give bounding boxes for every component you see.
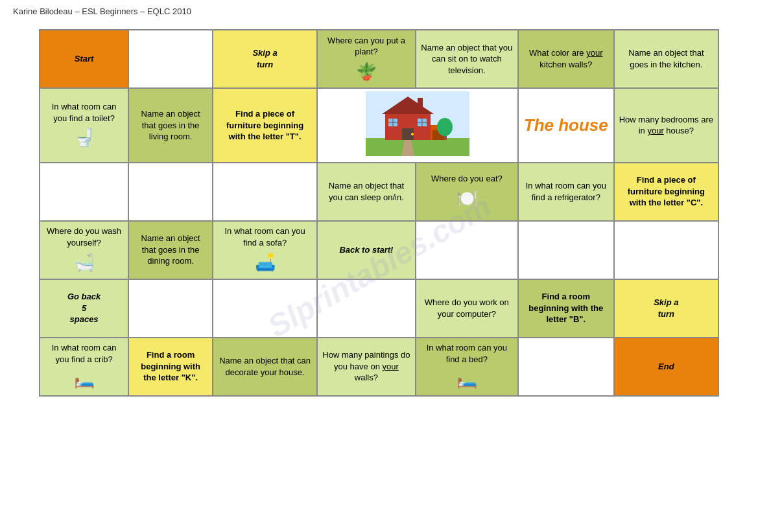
table-row: Start Skip aturn Where can you put a pla… <box>40 30 718 88</box>
toilet-icon: 🚽 <box>45 126 123 149</box>
cell-refrigerator: In what room can you find a refrigerator… <box>518 163 614 221</box>
cell-skip-turn-1: Skip aturn <box>213 30 317 88</box>
sofa-icon: 🛋️ <box>218 251 312 274</box>
cell-house-image <box>317 88 518 163</box>
cell-empty-r4-7 <box>614 221 718 279</box>
cell-empty-r3-2 <box>128 163 213 221</box>
cell-empty-1 <box>128 30 213 88</box>
svg-point-5 <box>411 133 414 135</box>
cell-plant: Where can you put a plant? 🪴 <box>317 30 416 88</box>
table-row: Name an object that you can sleep on/in.… <box>40 163 718 221</box>
cell-empty-r5-2 <box>128 279 213 338</box>
cell-sit-tv: Name an object that you can sit on to wa… <box>416 30 518 88</box>
board-container: Start Skip aturn Where can you put a pla… <box>0 23 758 410</box>
bath-icon: 🛁 <box>45 251 123 274</box>
cell-paintings: How many paintings do you have on your w… <box>317 338 416 396</box>
cell-empty-r6-6 <box>518 338 614 396</box>
cell-decorate: Name an object that can decorate your ho… <box>213 338 317 396</box>
cell-living-room: Name an object that goes in the living r… <box>128 88 213 163</box>
cell-sofa: In what room can you find a sofa? 🛋️ <box>213 221 317 279</box>
house-svg <box>366 91 469 156</box>
game-board: Start Skip aturn Where can you put a pla… <box>39 29 719 397</box>
table-row: Where do you wash yourself? 🛁 Name an ob… <box>40 221 718 279</box>
cell-back-to-start: Back to start! <box>317 221 416 279</box>
table-row: In what room can you find a toilet? 🚽 Na… <box>40 88 718 163</box>
bed-icon: 🛏️ <box>421 368 513 391</box>
cell-kitchen-walls: What color are your kitchen walls? <box>518 30 614 88</box>
cell-empty-r4-6 <box>518 221 614 279</box>
cell-the-house: The house <box>518 88 614 163</box>
header-credit: Karine Bilodeau – ESL Beginners – EQLC 2… <box>13 6 191 16</box>
cell-bedrooms: How many bedrooms are in your house? <box>614 88 718 163</box>
cell-empty-r3-3 <box>213 163 317 221</box>
cell-skip-turn-2: Skip aturn <box>614 279 718 338</box>
cell-bed: In what room can you find a bed? 🛏️ <box>416 338 518 396</box>
end-label: End <box>658 362 674 371</box>
cell-furniture-t: Find a piece of furniture beginning with… <box>213 88 317 163</box>
cell-room-b: Find a room beginning with the letter "B… <box>518 279 614 338</box>
svg-point-16 <box>437 118 453 136</box>
cell-sleep: Name an object that you can sleep on/in. <box>317 163 416 221</box>
dining-icon: 🍽️ <box>421 187 513 210</box>
table-row: Go back5spaces Where do you work on your… <box>40 279 718 338</box>
cell-go-back-5: Go back5spaces <box>40 279 128 338</box>
cell-room-k: Find a room beginning with the letter "K… <box>128 338 213 396</box>
cell-furniture-c: Find a piece of furniture beginning with… <box>614 163 718 221</box>
crib-icon: 🛏️ <box>45 368 123 391</box>
cell-empty-r3-1 <box>40 163 128 221</box>
cell-end: End <box>614 338 718 396</box>
cell-toilet: In what room can you find a toilet? 🚽 <box>40 88 128 163</box>
header: Karine Bilodeau – ESL Beginners – EQLC 2… <box>0 0 758 23</box>
cell-empty-r5-3 <box>213 279 317 338</box>
table-row: In what room can you find a crib? 🛏️ Fin… <box>40 338 718 396</box>
cell-dining-room: Name an object that goes in the dining r… <box>128 221 213 279</box>
svg-rect-1 <box>366 138 469 156</box>
cell-wash: Where do you wash yourself? 🛁 <box>40 221 128 279</box>
plant-icon: 🪴 <box>322 60 410 83</box>
cell-crib: In what room can you find a crib? 🛏️ <box>40 338 128 396</box>
cell-eat: Where do you eat? 🍽️ <box>416 163 518 221</box>
cell-computer: Where do you work on your computer? <box>416 279 518 338</box>
cell-start: Start <box>40 30 128 88</box>
cell-empty-r5-4 <box>317 279 416 338</box>
cell-kitchen-object: Name an object that goes in the kitchen. <box>614 30 718 88</box>
svg-rect-14 <box>418 98 423 108</box>
cell-empty-r4-5 <box>416 221 518 279</box>
start-label: Start <box>75 54 94 64</box>
